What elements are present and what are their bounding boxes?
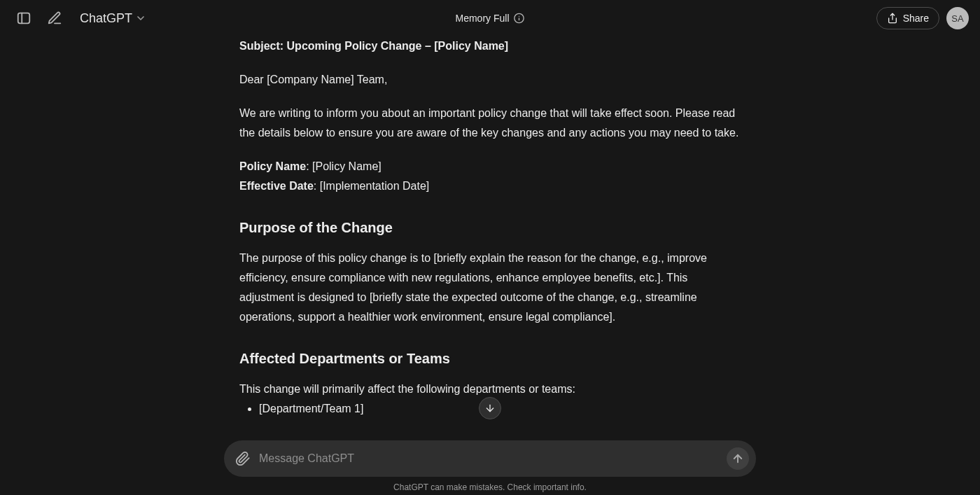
sidebar-icon: [16, 11, 31, 26]
assistant-message: Subject: Upcoming Policy Change – [Polic…: [231, 36, 749, 419]
model-name-label: ChatGPT: [80, 11, 132, 26]
chevron-down-icon: [135, 13, 146, 24]
arrow-up-icon: [732, 452, 744, 465]
composer-area: ChatGPT can make mistakes. Check importa…: [0, 440, 980, 495]
share-label: Share: [903, 13, 929, 24]
heading-affected: Affected Departments or Teams: [239, 347, 741, 371]
info-icon: [514, 13, 525, 24]
affected-intro: This change will primarily affect the fo…: [239, 379, 741, 399]
share-button[interactable]: Share: [876, 7, 939, 29]
send-button[interactable]: [727, 447, 749, 470]
effective-date-line: Effective Date: [Implementation Date]: [239, 176, 741, 196]
svg-rect-0: [18, 13, 30, 24]
footer-disclaimer: ChatGPT can make mistakes. Check importa…: [393, 477, 587, 495]
attach-button[interactable]: [235, 451, 251, 466]
composer: [224, 440, 756, 477]
message-input[interactable]: [259, 452, 718, 465]
header-left-group: ChatGPT: [11, 6, 153, 31]
model-selector[interactable]: ChatGPT: [73, 7, 153, 30]
share-icon: [887, 13, 898, 24]
intro-paragraph: We are writing to inform you about an im…: [239, 104, 741, 143]
policy-name-line: Policy Name: [Policy Name]: [239, 157, 741, 176]
subject-line: Subject: Upcoming Policy Change – [Polic…: [239, 36, 741, 56]
sidebar-toggle-button[interactable]: [11, 6, 36, 31]
conversation-scroll-area[interactable]: Subject: Upcoming Policy Change – [Polic…: [0, 36, 980, 495]
user-avatar[interactable]: SA: [946, 7, 969, 29]
arrow-down-icon: [484, 403, 496, 414]
purpose-paragraph: The purpose of this policy change is to …: [239, 249, 741, 327]
paperclip-icon: [235, 451, 251, 466]
new-chat-icon: [47, 11, 62, 26]
header-right-group: Share SA: [876, 7, 969, 29]
greeting-line: Dear [Company Name] Team,: [239, 70, 741, 90]
memory-status-label: Memory Full: [455, 13, 509, 24]
avatar-initials: SA: [951, 13, 963, 24]
app-header: ChatGPT Memory Full Share SA: [0, 0, 980, 36]
new-chat-button[interactable]: [42, 6, 67, 31]
heading-purpose: Purpose of the Change: [239, 216, 741, 240]
scroll-to-bottom-button[interactable]: [479, 397, 501, 419]
memory-status[interactable]: Memory Full: [455, 13, 524, 24]
